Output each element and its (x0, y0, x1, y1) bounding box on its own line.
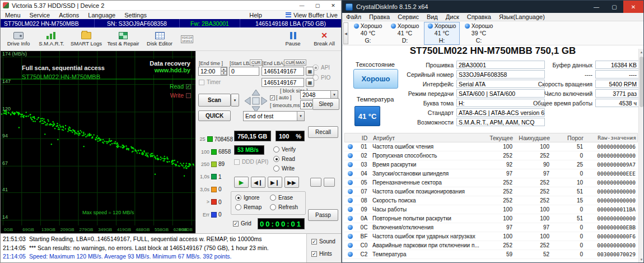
menu-item[interactable]: Service (25, 12, 55, 19)
disk-editor-button[interactable]: Disk Editor (143, 29, 176, 50)
skip-forward-button[interactable]: ▶▶ (284, 177, 299, 188)
scroll-up-icon[interactable]: ▲ (639, 49, 644, 55)
drive-tab[interactable]: Хорошо 41 °C D: (387, 22, 423, 45)
break-all-button[interactable]: ✕ Break All (310, 29, 339, 50)
menu-item[interactable]: Справка (463, 13, 495, 20)
ddd-checkbox[interactable] (234, 159, 240, 165)
cdi-maximize-icon[interactable]: ▢ (605, 1, 623, 13)
refresh-radio[interactable] (270, 204, 276, 210)
step-back-button[interactable]: ◀❙ (251, 177, 265, 188)
test-repair-button[interactable]: Test & Repair (105, 29, 142, 50)
smart-table-row[interactable]: 07 Частота ошибок позиционирования 252 2… (344, 187, 638, 196)
menu-item[interactable]: Язык(Language) (495, 13, 549, 20)
verify-radio[interactable] (273, 146, 279, 153)
smart-table-row[interactable]: C0 Аварийные парковки при отключении п..… (344, 241, 638, 250)
log-panel[interactable]: 21:51:03 Starting Reading, LBA=0..146514… (1, 233, 306, 262)
api-option[interactable]: API (312, 64, 330, 71)
menu-item[interactable]: Вид (423, 13, 442, 20)
cdi-minimize-icon[interactable]: — (587, 1, 605, 13)
view-buffer-live-button[interactable]: View Buffer Live (282, 12, 341, 19)
recall-button[interactable]: Recall (308, 126, 338, 138)
menu-item[interactable]: Сервис (394, 13, 423, 20)
menu-item[interactable]: Language (83, 12, 120, 19)
sleep-button[interactable]: Sleep (312, 98, 339, 110)
victoria-minimize-icon[interactable]: — (294, 1, 310, 10)
scroll-down-icon[interactable]: ▼ (639, 256, 644, 262)
vertical-scrollbar[interactable]: ▲ ▼ (638, 49, 643, 262)
menu-item[interactable]: Файл (342, 13, 365, 20)
hints-option[interactable]: ✓ Hints (311, 251, 332, 257)
smart-table-row[interactable]: 09 Часы работы 100 100 0 0000000011BA (344, 205, 638, 214)
write-option[interactable]: Write (273, 165, 295, 172)
end-of-test-select[interactable]: End of test ▼ (243, 111, 305, 121)
sound-checkbox[interactable]: ✓ (311, 239, 317, 244)
passp-button[interactable]: Passp (308, 209, 338, 221)
write-radio[interactable] (273, 165, 279, 172)
pause-button[interactable]: Pause (279, 29, 306, 50)
side-mini-button-2[interactable] (324, 178, 335, 187)
write-legend[interactable]: Write (170, 92, 191, 99)
menu-item[interactable]: Диск (442, 13, 463, 20)
play-button[interactable]: ▶ (234, 177, 249, 188)
drive-tab[interactable]: Хорошо 41 °C H: (424, 22, 460, 45)
refresh-option[interactable]: Refresh (270, 204, 298, 210)
auto-option[interactable]: ✓ [ auto ] (270, 95, 292, 100)
smart-table-row[interactable]: BF Частота ошибок при ударных нагрузках … (344, 232, 638, 241)
binary-editor-button[interactable]: 010110101011 (179, 29, 195, 50)
ignore-radio[interactable] (235, 195, 241, 201)
smart-button[interactable]: S.M.A.R.T. (35, 29, 68, 50)
ignore-option[interactable]: Ignore (235, 195, 259, 201)
drive-scroll-left-button[interactable]: ◀ (343, 22, 348, 44)
menu-item-help[interactable]: Help (245, 12, 267, 19)
end-lba-max-button[interactable]: MAX (294, 59, 306, 66)
write-checkbox[interactable] (186, 93, 191, 98)
sound-option[interactable]: ✓ Sound (311, 238, 335, 244)
smart-table-row[interactable]: 03 Время раскрутки 92 90 25 0000000009A7 (344, 160, 638, 169)
drive-tab[interactable]: Хорошо 39 °C C: (461, 22, 497, 45)
health-status-button[interactable]: Хорошо (353, 69, 398, 89)
start-lba-input[interactable]: 0 (229, 67, 259, 76)
smart-table-row[interactable]: 0A Повторные попытки раскрутки 100 100 5… (344, 214, 638, 223)
timer-lba-input[interactable]: 1465149167 (262, 78, 304, 87)
nav-pad[interactable] (243, 88, 269, 114)
remap-option[interactable]: Remap (235, 204, 262, 210)
smart-table-row[interactable]: 0C Включения/отключения 97 97 0 00000000… (344, 223, 638, 232)
smart-table-row[interactable]: 02 Пропускная способность 252 252 0 0000… (344, 151, 638, 160)
remap-radio[interactable] (235, 204, 241, 210)
read-legend[interactable]: Read ✓ (170, 83, 191, 90)
end-time-spinner[interactable]: ▲▼ (221, 67, 227, 75)
victoria-close-icon[interactable]: ✕ (325, 1, 341, 10)
menu-item[interactable]: Actions (54, 12, 83, 19)
read-radio[interactable] (273, 156, 279, 162)
erase-radio[interactable] (270, 195, 276, 201)
victoria-maximize-icon[interactable]: ▢ (310, 1, 325, 10)
end-lba-input[interactable]: 1465149167 (262, 67, 304, 76)
drive-info-button[interactable]: Drive Info (3, 29, 34, 50)
menu-item[interactable]: Menu (1, 12, 25, 19)
smart-table-row[interactable]: 08 Скорость поиска 252 252 15 0000000000… (344, 196, 638, 205)
grid-checkbox[interactable]: ✓ (233, 221, 239, 227)
menu-item[interactable]: Settings (120, 12, 151, 19)
start-lba-cur-button[interactable]: CUR (250, 59, 262, 66)
api-radio[interactable] (312, 64, 319, 71)
step-forward-button[interactable]: ▶❙ (268, 177, 282, 188)
side-mini-button-1[interactable] (310, 178, 321, 187)
scan-button[interactable]: Scan (198, 94, 231, 107)
auto-checkbox[interactable]: ✓ (270, 95, 275, 100)
hints-checkbox[interactable]: ✓ (311, 251, 317, 257)
quick-button[interactable]: QUICK (198, 110, 231, 121)
scan-dropdown-button[interactable]: ▼ (231, 94, 239, 107)
ddd-option[interactable]: DDD (API) (234, 159, 268, 165)
pio-option[interactable]: PIO (312, 75, 330, 81)
menu-item[interactable]: Правка (365, 13, 394, 20)
grid-option[interactable]: ✓ Grid (233, 220, 251, 227)
timer-option[interactable]: Timer (199, 79, 221, 85)
read-checkbox[interactable]: ✓ (186, 84, 191, 89)
timer-checkbox[interactable] (199, 80, 204, 85)
cdi-close-icon[interactable]: ✕ (623, 1, 643, 13)
verify-option[interactable]: Verify (273, 146, 296, 153)
read-option[interactable]: Read (273, 156, 295, 162)
pio-radio[interactable] (312, 75, 319, 81)
smart-table-row[interactable]: 04 Запуски/остановки шпинделя 97 97 0 00… (344, 169, 638, 178)
smart-table-row[interactable]: C2 Температура 59 52 0 003000070029 (344, 250, 638, 259)
